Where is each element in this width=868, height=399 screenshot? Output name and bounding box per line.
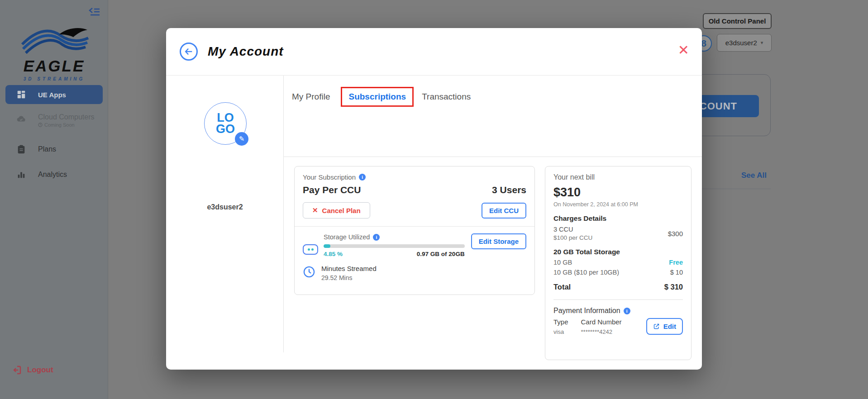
subscription-section-label: Your Subscription i — [303, 173, 526, 181]
edit-icon — [653, 323, 660, 330]
arrow-left-icon — [184, 47, 194, 57]
brand-tagline: 3D STREAMING — [0, 76, 108, 81]
sidebar-item-text: Cloud Computers Coming Soon — [38, 113, 95, 128]
logout-icon — [11, 365, 22, 375]
pencil-icon: ✎ — [239, 135, 245, 143]
storage-free-row: 10 GB Free — [553, 259, 683, 266]
bar-chart-icon — [16, 170, 26, 180]
storage-usage: Storage Utilized i 4.85 % 0.97 GB of 20G… — [324, 233, 465, 257]
storage-free-label: 10 GB — [553, 259, 572, 266]
storage-progress-fill — [324, 244, 330, 248]
payment-card: Card Number ********4242 — [581, 318, 622, 335]
minutes-label: Minutes Streamed — [321, 265, 377, 272]
total-value: $ 310 — [664, 283, 683, 291]
minutes-text: Minutes Streamed 29.52 Mins — [321, 265, 377, 281]
page-background: EAGLE 3D STREAMING UE Apps — [0, 0, 868, 399]
apps-grid-icon — [16, 90, 26, 100]
sidebar-item-label: UE Apps — [38, 91, 66, 99]
info-icon[interactable]: i — [359, 174, 366, 180]
storage-charges-heading: 20 GB Total Storage — [553, 248, 683, 256]
next-bill-card: Your next bill $310 On November 2, 2024 … — [545, 166, 692, 360]
sidebar-item-label: Analytics — [38, 171, 67, 179]
sidebar-nav: UE Apps Cloud Computers — [0, 85, 108, 185]
profile-username: e3dsuser2 — [166, 203, 284, 211]
storage-icon — [303, 244, 318, 255]
card-number-value: ********4242 — [581, 328, 622, 335]
edit-storage-button[interactable]: Edit Storage — [471, 233, 526, 249]
ccu-amount: $300 — [668, 230, 683, 238]
modal-title: My Account — [208, 44, 284, 59]
edit-payment-button[interactable]: Edit — [646, 318, 683, 335]
total-row: Total $ 310 — [553, 283, 683, 291]
my-account-modal: My Account ✕ LO GO ✎ e3dsuser2 — [166, 28, 702, 370]
clock-icon — [303, 266, 315, 278]
storage-row: Storage Utilized i 4.85 % 0.97 GB of 20G… — [303, 233, 526, 257]
profile-column: LO GO ✎ e3dsuser2 — [166, 76, 284, 352]
subscription-card: Your Subscription i Pay Per CCU 3 Users … — [294, 166, 535, 295]
x-icon: ✕ — [312, 206, 318, 214]
logout-label: Logout — [27, 366, 53, 375]
storage-paid-value: $ 10 — [670, 269, 683, 276]
tabs-divider — [284, 157, 702, 157]
bill-divider — [553, 299, 683, 300]
plan-actions: ✕ Cancel Plan Edit CCU — [303, 202, 526, 218]
sidebar: EAGLE 3D STREAMING UE Apps — [0, 0, 108, 399]
info-icon[interactable]: i — [624, 308, 630, 314]
sidebar-item-ue-apps[interactable]: UE Apps — [5, 85, 103, 104]
card-divider — [295, 226, 534, 227]
sidebar-collapse-icon[interactable] — [89, 6, 100, 17]
total-label: Total — [553, 283, 571, 291]
brand-logo: EAGLE 3D STREAMING — [0, 23, 108, 81]
storage-percent: 4.85 % — [324, 251, 343, 257]
storage-free-value: Free — [669, 259, 683, 266]
sidebar-item-label: Plans — [38, 145, 56, 153]
user-dropdown[interactable]: e3dsuser2 ▾ — [717, 34, 772, 52]
sidebar-item-plans[interactable]: Plans — [0, 139, 108, 159]
cancel-plan-button[interactable]: ✕ Cancel Plan — [303, 202, 370, 218]
edit-ccu-button[interactable]: Edit CCU — [482, 203, 526, 218]
minutes-row: Minutes Streamed 29.52 Mins — [303, 265, 526, 281]
tabs: My Profile Subscriptions Transactions — [292, 87, 471, 107]
bill-date: On November 2, 2024 at 6:00 PM — [553, 201, 683, 208]
storage-progress-bar — [324, 244, 465, 248]
plan-row: Pay Per CCU 3 Users — [303, 185, 526, 195]
storage-amount: 0.97 GB of 20GB — [417, 251, 465, 257]
modal-header: My Account ✕ — [166, 28, 702, 76]
bill-title: Your next bill — [553, 173, 683, 181]
bill-amount: $310 — [553, 185, 683, 200]
close-icon[interactable]: ✕ — [678, 43, 689, 57]
ccu-charge-row: 3 CCU $100 per CCU $300 — [553, 226, 683, 241]
edit-avatar-button[interactable]: ✎ — [235, 132, 248, 146]
payment-type-value: visa — [553, 328, 568, 335]
annotation-box: Subscriptions — [341, 87, 414, 107]
logout-button[interactable]: Logout — [11, 365, 53, 375]
clock-small-icon — [38, 123, 43, 127]
sidebar-item-label: Cloud Computers — [38, 113, 95, 121]
info-icon[interactable]: i — [373, 234, 380, 241]
plan-users: 3 Users — [492, 185, 526, 195]
see-all-link[interactable]: See All — [741, 171, 767, 180]
modal-body: LO GO ✎ e3dsuser2 My Profile Subscriptio… — [166, 76, 702, 369]
chevron-down-icon: ▾ — [761, 40, 763, 46]
coming-soon-badge: Coming Soon — [38, 122, 95, 128]
clipboard-icon — [16, 144, 26, 154]
brand-name: EAGLE — [0, 57, 108, 75]
payment-info-heading: Payment Information i — [553, 307, 683, 315]
tab-my-profile[interactable]: My Profile — [292, 87, 330, 106]
storage-paid-row: 10 GB ($10 per 10GB) $ 10 — [553, 269, 683, 276]
account-content: My Profile Subscriptions Transactions Yo… — [284, 76, 702, 369]
tab-transactions[interactable]: Transactions — [422, 87, 471, 106]
profile-avatar: LO GO ✎ — [204, 102, 247, 145]
user-dropdown-label: e3dsuser2 — [725, 39, 757, 47]
sidebar-item-cloud-computers: Cloud Computers Coming Soon — [0, 110, 108, 134]
minutes-value: 29.52 Mins — [321, 274, 377, 281]
back-button[interactable] — [180, 43, 198, 61]
plan-name: Pay Per CCU — [303, 185, 361, 195]
eagle-logo-icon — [16, 23, 93, 58]
tab-subscriptions[interactable]: Subscriptions — [348, 92, 406, 101]
old-control-panel-button[interactable]: Old Control Panel — [703, 13, 772, 29]
sidebar-item-analytics[interactable]: Analytics — [0, 165, 108, 185]
storage-paid-label: 10 GB ($10 per 10GB) — [553, 269, 619, 276]
payment-info-row: Type visa Card Number ********4242 — [553, 318, 683, 335]
ccu-count: 3 CCU — [553, 226, 592, 233]
